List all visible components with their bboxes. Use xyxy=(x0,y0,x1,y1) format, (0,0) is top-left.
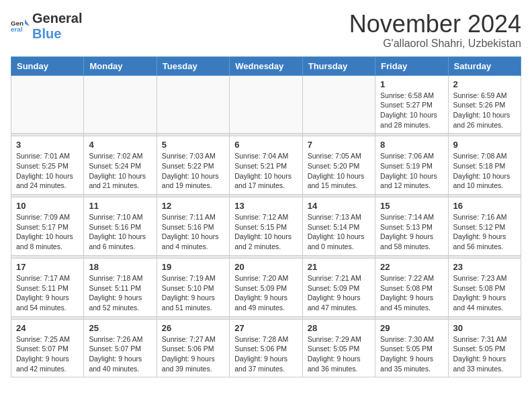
day-info: Sunrise: 6:59 AM Sunset: 5:26 PM Dayligh… xyxy=(453,91,516,130)
calendar-header-row: SundayMondayTuesdayWednesdayThursdayFrid… xyxy=(11,56,521,75)
month-title: November 2024 xyxy=(349,11,521,38)
day-number: 15 xyxy=(380,201,443,211)
day-number: 19 xyxy=(162,262,224,272)
svg-marker-2 xyxy=(25,19,30,27)
calendar-cell: 13Sunrise: 7:12 AM Sunset: 5:15 PM Dayli… xyxy=(230,197,302,256)
day-info: Sunrise: 7:16 AM Sunset: 5:12 PM Dayligh… xyxy=(453,212,516,252)
calendar-cell: 3Sunrise: 7:01 AM Sunset: 5:25 PM Daylig… xyxy=(11,136,84,195)
day-info: Sunrise: 7:29 AM Sunset: 5:05 PM Dayligh… xyxy=(308,334,370,374)
weekday-header-monday: Monday xyxy=(84,56,157,75)
day-info: Sunrise: 7:20 AM Sunset: 5:09 PM Dayligh… xyxy=(234,273,297,313)
day-info: Sunrise: 7:18 AM Sunset: 5:11 PM Dayligh… xyxy=(89,273,151,313)
day-number: 25 xyxy=(89,323,151,333)
calendar-cell xyxy=(302,75,375,134)
day-info: Sunrise: 7:28 AM Sunset: 5:06 PM Dayligh… xyxy=(234,334,297,374)
calendar-cell: 24Sunrise: 7:25 AM Sunset: 5:07 PM Dayli… xyxy=(11,319,84,377)
day-info: Sunrise: 7:17 AM Sunset: 5:11 PM Dayligh… xyxy=(16,273,79,313)
day-info: Sunrise: 7:13 AM Sunset: 5:14 PM Dayligh… xyxy=(308,212,370,252)
day-info: Sunrise: 7:19 AM Sunset: 5:10 PM Dayligh… xyxy=(162,273,224,313)
logo: Gen eral General Blue xyxy=(11,11,82,42)
day-number: 3 xyxy=(16,140,79,150)
day-number: 26 xyxy=(162,323,224,333)
day-number: 10 xyxy=(16,201,79,211)
calendar-cell: 25Sunrise: 7:26 AM Sunset: 5:07 PM Dayli… xyxy=(84,319,157,377)
calendar-week-row: 1Sunrise: 6:58 AM Sunset: 5:27 PM Daylig… xyxy=(11,75,521,134)
day-number: 8 xyxy=(380,140,443,150)
day-number: 2 xyxy=(453,79,516,89)
day-number: 1 xyxy=(380,79,443,89)
weekday-header-sunday: Sunday xyxy=(11,56,84,75)
day-info: Sunrise: 7:31 AM Sunset: 5:05 PM Dayligh… xyxy=(453,334,516,374)
day-info: Sunrise: 7:01 AM Sunset: 5:25 PM Dayligh… xyxy=(16,151,79,191)
location-title: G'allaorol Shahri, Uzbekistan xyxy=(349,38,521,50)
day-number: 21 xyxy=(308,262,370,272)
calendar-cell: 17Sunrise: 7:17 AM Sunset: 5:11 PM Dayli… xyxy=(11,258,84,316)
calendar-week-row: 10Sunrise: 7:09 AM Sunset: 5:17 PM Dayli… xyxy=(11,197,521,256)
calendar-cell: 5Sunrise: 7:03 AM Sunset: 5:22 PM Daylig… xyxy=(157,136,229,195)
logo-text: General Blue xyxy=(32,11,82,42)
calendar-cell: 19Sunrise: 7:19 AM Sunset: 5:10 PM Dayli… xyxy=(157,258,229,316)
calendar-cell: 28Sunrise: 7:29 AM Sunset: 5:05 PM Dayli… xyxy=(302,319,375,377)
calendar-week-row: 17Sunrise: 7:17 AM Sunset: 5:11 PM Dayli… xyxy=(11,258,521,316)
weekday-header-tuesday: Tuesday xyxy=(157,56,229,75)
day-info: Sunrise: 6:58 AM Sunset: 5:27 PM Dayligh… xyxy=(380,91,443,130)
day-number: 4 xyxy=(89,140,151,150)
day-number: 22 xyxy=(380,262,443,272)
day-info: Sunrise: 7:21 AM Sunset: 5:09 PM Dayligh… xyxy=(308,273,370,313)
day-number: 17 xyxy=(16,262,79,272)
day-number: 28 xyxy=(308,323,370,333)
day-info: Sunrise: 7:02 AM Sunset: 5:24 PM Dayligh… xyxy=(89,151,151,191)
svg-text:eral: eral xyxy=(11,26,23,33)
calendar-cell: 8Sunrise: 7:06 AM Sunset: 5:19 PM Daylig… xyxy=(375,136,448,195)
calendar-cell: 16Sunrise: 7:16 AM Sunset: 5:12 PM Dayli… xyxy=(448,197,521,256)
calendar-cell: 29Sunrise: 7:30 AM Sunset: 5:05 PM Dayli… xyxy=(375,319,448,377)
calendar-cell: 20Sunrise: 7:20 AM Sunset: 5:09 PM Dayli… xyxy=(230,258,302,316)
calendar-cell: 9Sunrise: 7:08 AM Sunset: 5:18 PM Daylig… xyxy=(448,136,521,195)
weekday-header-wednesday: Wednesday xyxy=(230,56,302,75)
day-number: 12 xyxy=(162,201,224,211)
day-info: Sunrise: 7:08 AM Sunset: 5:18 PM Dayligh… xyxy=(453,151,516,191)
day-number: 20 xyxy=(234,262,297,272)
calendar-cell: 30Sunrise: 7:31 AM Sunset: 5:05 PM Dayli… xyxy=(448,319,521,377)
logo-icon: Gen eral xyxy=(11,17,30,36)
calendar-cell xyxy=(157,75,229,134)
title-block: November 2024 G'allaorol Shahri, Uzbekis… xyxy=(349,11,521,50)
weekday-header-thursday: Thursday xyxy=(302,56,375,75)
calendar-cell xyxy=(84,75,157,134)
calendar-cell: 26Sunrise: 7:27 AM Sunset: 5:06 PM Dayli… xyxy=(157,319,229,377)
day-info: Sunrise: 7:27 AM Sunset: 5:06 PM Dayligh… xyxy=(162,334,224,374)
day-number: 16 xyxy=(453,201,516,211)
calendar-cell: 10Sunrise: 7:09 AM Sunset: 5:17 PM Dayli… xyxy=(11,197,84,256)
calendar-cell: 27Sunrise: 7:28 AM Sunset: 5:06 PM Dayli… xyxy=(230,319,302,377)
calendar-cell: 22Sunrise: 7:22 AM Sunset: 5:08 PM Dayli… xyxy=(375,258,448,316)
day-number: 13 xyxy=(234,201,297,211)
calendar-cell: 6Sunrise: 7:04 AM Sunset: 5:21 PM Daylig… xyxy=(230,136,302,195)
calendar-cell: 2Sunrise: 6:59 AM Sunset: 5:26 PM Daylig… xyxy=(448,75,521,134)
day-number: 30 xyxy=(453,323,516,333)
day-number: 27 xyxy=(234,323,297,333)
day-info: Sunrise: 7:03 AM Sunset: 5:22 PM Dayligh… xyxy=(162,151,224,191)
weekday-header-friday: Friday xyxy=(375,56,448,75)
calendar-cell: 15Sunrise: 7:14 AM Sunset: 5:13 PM Dayli… xyxy=(375,197,448,256)
calendar-cell xyxy=(11,75,84,134)
weekday-header-saturday: Saturday xyxy=(448,56,521,75)
day-number: 11 xyxy=(89,201,151,211)
calendar-cell xyxy=(230,75,302,134)
calendar-cell: 18Sunrise: 7:18 AM Sunset: 5:11 PM Dayli… xyxy=(84,258,157,316)
day-number: 7 xyxy=(308,140,370,150)
calendar-cell: 7Sunrise: 7:05 AM Sunset: 5:20 PM Daylig… xyxy=(302,136,375,195)
calendar-table: SundayMondayTuesdayWednesdayThursdayFrid… xyxy=(11,56,521,378)
day-number: 29 xyxy=(380,323,443,333)
day-number: 24 xyxy=(16,323,79,333)
day-info: Sunrise: 7:14 AM Sunset: 5:13 PM Dayligh… xyxy=(380,212,443,252)
page-header: Gen eral General Blue November 2024 G'al… xyxy=(11,11,521,50)
day-info: Sunrise: 7:30 AM Sunset: 5:05 PM Dayligh… xyxy=(380,334,443,374)
day-number: 9 xyxy=(453,140,516,150)
day-info: Sunrise: 7:05 AM Sunset: 5:20 PM Dayligh… xyxy=(308,151,370,191)
calendar-week-row: 3Sunrise: 7:01 AM Sunset: 5:25 PM Daylig… xyxy=(11,136,521,195)
calendar-week-row: 24Sunrise: 7:25 AM Sunset: 5:07 PM Dayli… xyxy=(11,319,521,377)
calendar-cell: 23Sunrise: 7:23 AM Sunset: 5:08 PM Dayli… xyxy=(448,258,521,316)
calendar-cell: 1Sunrise: 6:58 AM Sunset: 5:27 PM Daylig… xyxy=(375,75,448,134)
day-info: Sunrise: 7:12 AM Sunset: 5:15 PM Dayligh… xyxy=(234,212,297,252)
day-number: 14 xyxy=(308,201,370,211)
